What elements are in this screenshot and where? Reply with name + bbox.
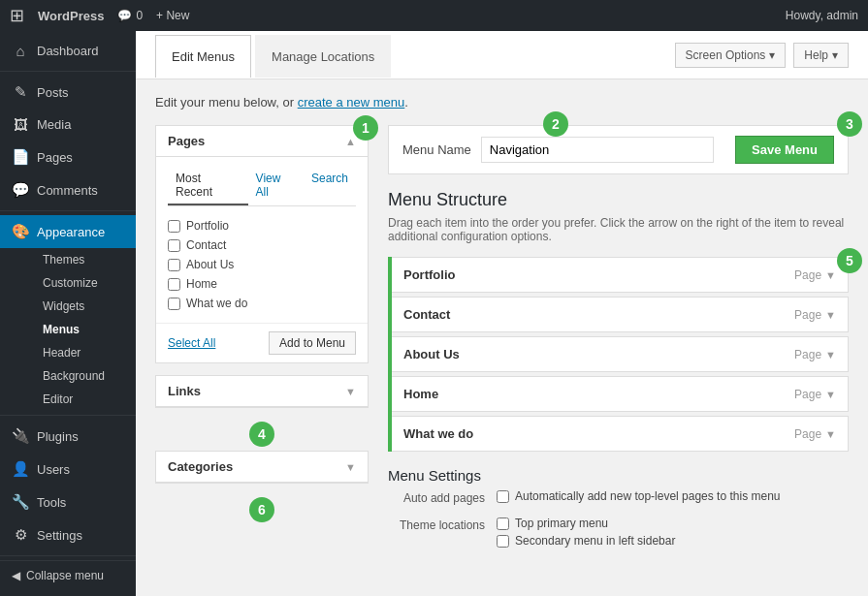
menu-item-contact[interactable]: Contact Page ▼ xyxy=(392,297,849,332)
secondary-menu-label: Secondary menu in left sidebar xyxy=(515,534,675,548)
sidebar-item-pages[interactable]: 📄 Pages xyxy=(0,141,136,173)
users-icon: 👤 xyxy=(12,460,29,478)
create-new-menu-link[interactable]: create a new menu xyxy=(298,95,405,110)
select-all-link[interactable]: Select All xyxy=(168,336,215,350)
list-item: Portfolio xyxy=(168,216,356,235)
top-primary-menu-checkbox[interactable] xyxy=(497,518,509,530)
menu-item-what-we-do[interactable]: What we do Page ▼ xyxy=(392,416,849,452)
badge-2: 2 xyxy=(543,111,568,137)
links-box-title: Links xyxy=(168,384,201,398)
badge-4: 4 xyxy=(249,422,274,447)
menu-item-type-label: Page xyxy=(794,427,821,441)
links-toggle-icon[interactable]: ▼ xyxy=(345,386,356,397)
sidebar-subitem-themes[interactable]: Themes xyxy=(35,248,136,271)
pages-tab-view-all[interactable]: View All xyxy=(248,167,304,205)
auto-add-label: Auto add pages xyxy=(388,489,485,505)
categories-toggle-icon[interactable]: ▼ xyxy=(345,461,356,473)
wp-logo-icon: ⊞ xyxy=(10,5,24,26)
comments-icon-bar[interactable]: 💬 0 xyxy=(117,9,143,22)
sidebar-item-comments[interactable]: 💬 Comments xyxy=(0,173,136,206)
screen-options-arrow-icon: ▾ xyxy=(769,48,775,62)
save-menu-button[interactable]: Save Menu xyxy=(735,136,834,164)
menu-item-arrow-icon[interactable]: ▼ xyxy=(825,428,836,440)
home-label: Home xyxy=(186,277,217,291)
menu-item-arrow-icon[interactable]: ▼ xyxy=(825,309,836,321)
sidebar-subitem-widgets[interactable]: Widgets xyxy=(35,295,136,318)
contact-checkbox[interactable] xyxy=(168,239,180,252)
menu-item-arrow-icon[interactable]: ▼ xyxy=(825,269,836,281)
menu-name-wrapper: 2 3 Menu Name Save Menu xyxy=(388,125,849,174)
screen-options-label: Screen Options xyxy=(686,48,766,62)
menu-item-arrow-icon[interactable]: ▼ xyxy=(825,349,836,361)
notice-prefix: Edit your menu below, or xyxy=(155,95,298,110)
new-content-button[interactable]: + New xyxy=(156,9,189,22)
left-column: 1 Pages ▲ Most Recent View All Search xyxy=(155,125,369,561)
menu-item-arrow-icon[interactable]: ▼ xyxy=(825,389,836,400)
columns-layout: 1 Pages ▲ Most Recent View All Search xyxy=(155,125,849,561)
page-header: Edit Menus Manage Locations Screen Optio… xyxy=(136,31,868,79)
menu-item-home[interactable]: Home Page ▼ xyxy=(392,376,849,412)
help-label: Help xyxy=(804,48,828,62)
sidebar-subitem-editor[interactable]: Editor xyxy=(35,388,136,411)
badge-6: 6 xyxy=(249,497,274,522)
auto-add-pages-row: Auto add pages Automatically add new top… xyxy=(388,489,849,507)
menu-items-list: Portfolio Page ▼ Contact Page ▼ xyxy=(388,257,849,452)
links-box-header[interactable]: Links ▼ xyxy=(156,376,368,407)
pages-box-header[interactable]: Pages ▲ xyxy=(156,126,368,157)
pages-icon: 📄 xyxy=(12,148,29,166)
categories-meta-box: Categories ▼ xyxy=(155,451,369,484)
tab-edit-menus[interactable]: Edit Menus xyxy=(155,35,251,78)
sidebar-item-tools[interactable]: 🔧 Tools xyxy=(0,486,136,518)
menu-item-portfolio[interactable]: Portfolio Page ▼ xyxy=(392,257,849,293)
sidebar-item-plugins[interactable]: 🔌 Plugins xyxy=(0,420,136,453)
home-checkbox[interactable] xyxy=(168,278,180,291)
what-we-do-checkbox[interactable] xyxy=(168,298,180,310)
menu-item-type: Page ▼ xyxy=(794,388,836,401)
menu-item-type: Page ▼ xyxy=(794,268,836,282)
pages-tab-search[interactable]: Search xyxy=(304,167,356,205)
sidebar-item-appearance[interactable]: 🎨 Appearance xyxy=(0,215,136,248)
categories-box-header[interactable]: Categories ▼ xyxy=(156,452,368,483)
collapse-menu-button[interactable]: ◀ Collapse menu xyxy=(0,560,136,590)
menu-item-name: Contact xyxy=(403,307,450,322)
sidebar-label-comments: Comments xyxy=(37,183,98,198)
comment-icon: 💬 xyxy=(117,9,132,22)
screen-options-button[interactable]: Screen Options ▾ xyxy=(675,43,787,68)
sidebar-item-posts[interactable]: ✎ Posts xyxy=(0,76,136,109)
sidebar-label-users: Users xyxy=(37,462,70,477)
howdy-text: Howdy, admin xyxy=(786,9,858,22)
badge-3: 3 xyxy=(837,111,862,137)
sidebar-item-media[interactable]: 🖼 Media xyxy=(0,109,136,141)
secondary-menu-checkbox[interactable] xyxy=(497,535,509,548)
pages-meta-box: Pages ▲ Most Recent View All Search xyxy=(155,125,369,363)
site-name[interactable]: WordPress xyxy=(38,9,104,23)
pages-box-wrapper: 1 Pages ▲ Most Recent View All Search xyxy=(155,125,369,363)
sidebar-label-dashboard: Dashboard xyxy=(37,44,99,58)
pages-toggle-icon[interactable]: ▲ xyxy=(345,136,356,147)
menu-item-about-us[interactable]: About Us Page ▼ xyxy=(392,336,849,372)
menu-item-type-label: Page xyxy=(794,388,821,401)
pages-tabs: Most Recent View All Search xyxy=(168,167,356,206)
pages-tab-most-recent[interactable]: Most Recent xyxy=(168,167,248,205)
categories-box-spacer: 6 Categories ▼ xyxy=(155,451,369,484)
sidebar-subitem-header[interactable]: Header xyxy=(35,341,136,364)
portfolio-checkbox[interactable] xyxy=(168,220,180,233)
tools-icon: 🔧 xyxy=(12,493,29,511)
sidebar-item-settings[interactable]: ⚙ Settings xyxy=(0,518,136,551)
list-item: What we do xyxy=(168,294,356,313)
sidebar-subitem-customize[interactable]: Customize xyxy=(35,271,136,295)
sidebar-subitem-background[interactable]: Background xyxy=(35,364,136,388)
auto-add-checkbox[interactable] xyxy=(497,490,509,503)
sidebar-subitem-menus[interactable]: Menus xyxy=(35,318,136,341)
theme-locations-row: Theme locations Top primary menu Seconda… xyxy=(388,517,849,551)
help-button[interactable]: Help ▾ xyxy=(793,43,849,68)
sidebar-label-appearance: Appearance xyxy=(37,225,105,239)
tab-manage-locations[interactable]: Manage Locations xyxy=(255,35,391,78)
menu-name-input[interactable] xyxy=(481,137,714,163)
add-to-menu-button[interactable]: Add to Menu xyxy=(269,331,356,355)
appearance-icon: 🎨 xyxy=(12,223,29,240)
theme-location-option-1: Top primary menu xyxy=(497,517,849,530)
sidebar-item-dashboard[interactable]: ⌂ Dashboard xyxy=(0,35,136,67)
about-us-checkbox[interactable] xyxy=(168,259,180,271)
sidebar-item-users[interactable]: 👤 Users xyxy=(0,453,136,486)
